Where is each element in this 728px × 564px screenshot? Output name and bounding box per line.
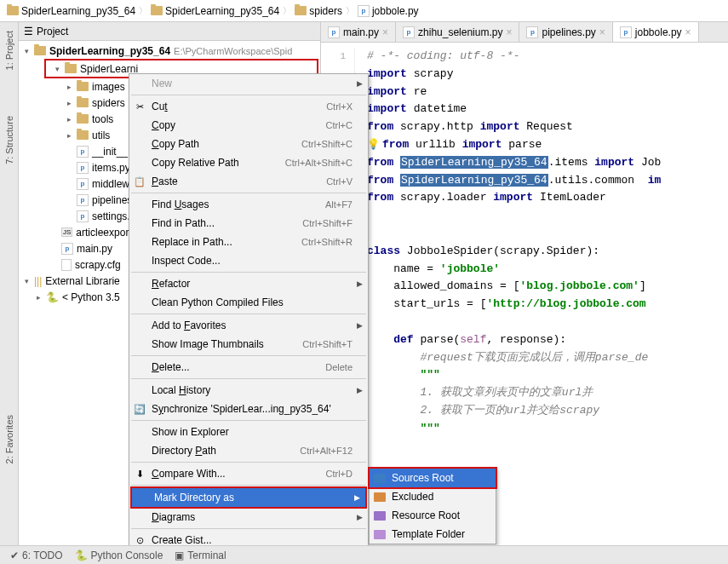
caret-right-icon: ▸: [65, 115, 73, 124]
editor-tab[interactable]: pjobbole.py×: [613, 22, 699, 42]
menu-label: Copy Path: [152, 138, 199, 150]
breadcrumb-item[interactable]: spiders: [295, 5, 342, 17]
tab-label: jobbole.py: [635, 26, 682, 38]
caret-right-icon: ▸: [65, 131, 73, 140]
folder-purple-icon: [374, 511, 386, 521]
menu-item-copy[interactable]: CopyCtrl+C: [129, 116, 368, 135]
submenu-resource-root[interactable]: Resource Root: [370, 506, 496, 525]
breadcrumb-label: SpiderLearning_py35_64: [21, 5, 135, 17]
breadcrumb-item[interactable]: p jobbole.py: [358, 5, 419, 17]
menu-item-find-in-path[interactable]: Find in Path...Ctrl+Shift+F: [129, 214, 368, 233]
tree-label: tools: [92, 113, 113, 125]
menu-item-show-in-explorer[interactable]: Show in Explorer: [129, 423, 368, 441]
menu-icon: ✂: [134, 101, 146, 112]
todo-tool-button[interactable]: ✔6: TODO: [10, 550, 63, 561]
menu-shortcut: Ctrl+D: [326, 469, 353, 479]
menu-label: Show Image Thumbnails: [152, 338, 264, 350]
breadcrumb-item[interactable]: SpiderLearning_py35_64: [151, 5, 279, 17]
tree-label: < Python 3.5: [62, 291, 120, 303]
python-file-icon: p: [77, 210, 89, 222]
menu-label: Refactor: [152, 278, 190, 290]
rail-tab-structure[interactable]: 7: Structure: [3, 111, 16, 170]
mark-directory-submenu: Sources Root Excluded Resource Root Temp…: [369, 468, 496, 544]
menu-item-synchronize-spiderlear-ing-py35-64[interactable]: 🔄Synchronize 'SpiderLear...ing_py35_64': [129, 400, 368, 418]
close-icon[interactable]: ×: [506, 26, 512, 38]
submenu-arrow-icon: ▶: [357, 79, 363, 88]
tree-root[interactable]: ▾ SpiderLearning_py35_64 E:\PyCharmWorks…: [19, 43, 320, 59]
menu-separator: [131, 193, 366, 193]
submenu-excluded[interactable]: Excluded: [370, 487, 496, 506]
menu-item-compare-with[interactable]: ⬇Compare With...Ctrl+D: [129, 464, 368, 483]
menu-icon: ⬇: [134, 468, 146, 480]
project-view-icon: ☰: [24, 26, 33, 37]
folder-blue-icon: [374, 474, 386, 483]
breadcrumb-label: spiders: [309, 5, 342, 17]
submenu-arrow-icon: ▶: [357, 321, 363, 330]
menu-item-local-history[interactable]: Local History▶: [129, 381, 368, 400]
terminal-button[interactable]: ▣Terminal: [175, 550, 226, 561]
python-icon: 🐍: [75, 550, 88, 561]
close-icon[interactable]: ×: [599, 26, 605, 38]
menu-shortcut: Ctrl+Shift+F: [302, 218, 353, 228]
close-icon[interactable]: ×: [382, 26, 388, 38]
menu-label: Replace in Path...: [152, 236, 232, 248]
menu-shortcut: Ctrl+Shift+R: [301, 237, 353, 247]
menu-label: Diagrams: [152, 511, 195, 523]
menu-shortcut: Ctrl+Alt+F12: [300, 446, 353, 456]
folder-icon: [77, 98, 89, 107]
menu-label: Clean Python Compiled Files: [152, 296, 284, 308]
python-file-icon: p: [61, 243, 73, 255]
menu-item-cut[interactable]: ✂CutCtrl+X: [129, 97, 368, 116]
menu-item-refactor[interactable]: Refactor▶: [129, 274, 368, 293]
menu-item-show-image-thumbnails[interactable]: Show Image ThumbnailsCtrl+Shift+T: [129, 335, 368, 354]
close-icon[interactable]: ×: [685, 26, 691, 38]
lightbulb-icon[interactable]: 💡: [367, 139, 382, 151]
rail-tab-favorites[interactable]: 2: Favorites: [3, 410, 16, 469]
panel-header[interactable]: ☰ Project: [19, 22, 320, 41]
menu-item-add-to-favorites[interactable]: Add to Favorites▶: [129, 316, 368, 335]
submenu-template-folder[interactable]: Template Folder: [370, 525, 496, 544]
chevron-right-icon: 〉: [139, 5, 147, 17]
python-file-icon: p: [328, 26, 340, 38]
menu-label: Inspect Code...: [152, 255, 221, 267]
menu-item-copy-relative-path[interactable]: Copy Relative PathCtrl+Alt+Shift+C: [129, 153, 368, 172]
menu-separator: [131, 314, 366, 314]
menu-item-delete[interactable]: Delete...Delete: [129, 358, 368, 377]
menu-item-clean-python-compiled-files[interactable]: Clean Python Compiled Files: [129, 293, 368, 312]
menu-item-directory-path[interactable]: Directory PathCtrl+Alt+F12: [129, 441, 368, 460]
code-body[interactable]: # -*- coding: utf-8 -*- import scrapy im…: [355, 48, 661, 438]
menu-item-copy-path[interactable]: Copy PathCtrl+Shift+C: [129, 135, 368, 153]
menu-item-paste[interactable]: 📋PasteCtrl+V: [129, 172, 368, 191]
menu-item-diagrams[interactable]: Diagrams▶: [129, 508, 368, 527]
tree-label: items.py: [92, 162, 130, 174]
chevron-right-icon: 〉: [346, 5, 354, 17]
breadcrumb-label: SpiderLearning_py35_64: [165, 5, 279, 17]
code-editor[interactable]: 1 # -*- coding: utf-8 -*- import scrapy …: [321, 43, 728, 443]
menu-item-new[interactable]: New▶: [129, 74, 368, 93]
bottom-tool-bar: ✔6: TODO 🐍Python Console ▣Terminal: [0, 545, 728, 564]
tree-label: utils: [92, 129, 110, 141]
rail-tab-project[interactable]: 1: Project: [3, 26, 16, 75]
caret-right-icon: ▸: [65, 99, 73, 107]
breadcrumb-item[interactable]: SpiderLearning_py35_64: [7, 5, 135, 17]
menu-item-inspect-code[interactable]: Inspect Code...: [129, 251, 368, 270]
editor-tab[interactable]: pmain.py×: [321, 22, 396, 42]
folder-icon: [77, 82, 89, 91]
python-file-icon: p: [403, 26, 415, 38]
menu-label: Create Gist...: [152, 534, 212, 546]
submenu-label: Resource Root: [392, 509, 460, 521]
highlight-box-menu: Mark Directory as▶: [130, 486, 367, 509]
editor-tab[interactable]: ppipelines.py×: [519, 22, 612, 42]
menu-separator: [131, 462, 366, 463]
python-console-button[interactable]: 🐍Python Console: [75, 550, 163, 561]
editor-tab[interactable]: pzhihu_selenium.py×: [396, 22, 519, 42]
folder-icon: [77, 114, 89, 124]
submenu-sources-root[interactable]: Sources Root: [370, 469, 496, 487]
menu-item-replace-in-path[interactable]: Replace in Path...Ctrl+Shift+R: [129, 233, 368, 251]
menu-label: Local History: [152, 384, 210, 396]
menu-item-mark-directory-as[interactable]: Mark Directory as▶: [132, 488, 365, 507]
caret-down-icon: ▾: [53, 65, 61, 73]
menu-item-find-usages[interactable]: Find UsagesAlt+F7: [129, 195, 368, 214]
menu-label: Cut: [152, 101, 168, 112]
chevron-right-icon: 〉: [283, 5, 291, 17]
